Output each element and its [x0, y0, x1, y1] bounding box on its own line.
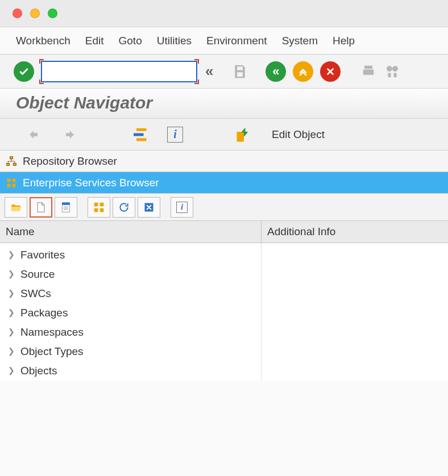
info-button[interactable]: i [171, 197, 193, 218]
print-icon[interactable] [360, 64, 377, 80]
main-toolbar: « « [0, 55, 448, 89]
svg-rect-6 [13, 163, 16, 165]
back-button[interactable]: « [266, 61, 286, 82]
traffic-light-minimize-icon[interactable] [30, 9, 40, 18]
svg-rect-7 [7, 178, 11, 182]
close-browser-button[interactable] [138, 197, 160, 218]
focus-corner-icon [194, 80, 199, 84]
svg-rect-16 [100, 208, 104, 212]
back-arrow-icon[interactable] [23, 128, 42, 141]
menu-utilities[interactable]: Utilities [157, 35, 192, 47]
tree-item[interactable]: ❯ Favorites [0, 245, 261, 265]
tiles-icon [6, 178, 17, 188]
focus-corner-icon [39, 59, 44, 64]
svg-rect-1 [134, 133, 144, 136]
save-icon[interactable] [231, 63, 248, 80]
tree-item[interactable]: ❯ Objects [0, 361, 261, 381]
tree-item-label: Objects [20, 365, 57, 377]
svg-rect-15 [94, 208, 98, 212]
svg-rect-8 [13, 178, 16, 182]
tree-item[interactable]: ❯ Object Types [0, 342, 261, 361]
edit-object-button[interactable]: Edit Object [272, 128, 325, 141]
svg-rect-0 [136, 128, 147, 131]
tree-info-column [262, 243, 448, 381]
svg-rect-12 [62, 202, 69, 204]
tree-body: ❯ Favorites ❯ Source ❯ SWCs ❯ Packages ❯… [0, 243, 448, 381]
expand-icon[interactable]: ❯ [8, 269, 15, 278]
tree-item[interactable]: ❯ Source [0, 265, 261, 284]
tree-item-label: Namespaces [20, 326, 84, 339]
svg-rect-3 [237, 132, 244, 142]
display-button[interactable] [55, 197, 77, 218]
forward-arrow-icon[interactable] [61, 128, 81, 141]
enterprise-services-browser-label: Enterprise Services Browser [23, 177, 159, 189]
window-titlebar [0, 0, 448, 27]
repository-browser-row[interactable]: Repository Browser [0, 151, 448, 172]
expand-icon[interactable]: ❯ [8, 250, 15, 259]
tree-item-label: SWCs [20, 287, 51, 300]
menu-environment[interactable]: Environment [206, 35, 267, 47]
column-name: Name [0, 221, 262, 243]
svg-rect-2 [136, 138, 147, 141]
all-objects-button[interactable] [88, 197, 110, 218]
tree-header: Name Additional Info [0, 221, 448, 243]
refresh-button[interactable] [113, 197, 135, 218]
enterprise-services-browser-row[interactable]: Enterprise Services Browser [0, 172, 448, 194]
browser-toolbar: i [0, 194, 448, 221]
expand-icon[interactable]: ❯ [8, 346, 15, 356]
svg-rect-14 [100, 202, 104, 206]
expand-icon[interactable]: ❯ [8, 366, 15, 375]
tree-item[interactable]: ❯ Namespaces [0, 323, 261, 342]
tree-item[interactable]: ❯ Packages [0, 303, 261, 323]
svg-rect-13 [94, 202, 98, 206]
tree-item-label: Packages [20, 307, 68, 319]
tree-item-label: Source [20, 268, 55, 281]
repository-browser-label: Repository Browser [23, 155, 117, 168]
tree-item[interactable]: ❯ SWCs [0, 284, 261, 303]
focus-corner-icon [194, 59, 199, 64]
menu-goto[interactable]: Goto [119, 35, 142, 47]
traffic-light-close-icon[interactable] [13, 9, 22, 18]
info-icon[interactable]: i [167, 127, 183, 143]
exit-button[interactable] [293, 61, 313, 82]
nav-toolbar: i Edit Object [0, 119, 448, 151]
create-button[interactable] [30, 197, 52, 218]
expand-icon[interactable]: ❯ [8, 327, 15, 336]
svg-rect-4 [10, 156, 13, 158]
tree-item-label: Favorites [20, 249, 65, 261]
svg-rect-9 [7, 183, 11, 187]
find-icon[interactable] [384, 63, 401, 80]
svg-rect-10 [13, 183, 16, 187]
command-input[interactable] [41, 61, 197, 82]
svg-rect-5 [7, 163, 10, 165]
cancel-button[interactable] [320, 61, 341, 82]
focus-corner-icon [39, 80, 44, 84]
collapse-command-icon[interactable]: « [205, 62, 213, 80]
menu-help[interactable]: Help [333, 35, 355, 47]
navigation-stack-icon[interactable] [131, 126, 148, 143]
expand-icon[interactable]: ❯ [8, 289, 15, 298]
page-title: Object Navigator [0, 89, 448, 119]
traffic-light-zoom-icon[interactable] [48, 9, 57, 18]
tree-name-column: ❯ Favorites ❯ Source ❯ SWCs ❯ Packages ❯… [0, 243, 262, 381]
menu-system[interactable]: System [282, 35, 318, 47]
open-folder-button[interactable] [5, 197, 27, 218]
edit-object-icon[interactable] [235, 126, 252, 143]
menu-bar: Workbench Edit Goto Utilities Environmen… [0, 27, 448, 55]
enter-button[interactable] [14, 61, 34, 82]
menu-workbench[interactable]: Workbench [16, 35, 70, 47]
column-info: Additional Info [262, 221, 448, 243]
command-field-wrap [41, 61, 197, 82]
expand-icon[interactable]: ❯ [8, 308, 15, 317]
hierarchy-icon [6, 156, 17, 167]
tree-item-label: Object Types [20, 345, 84, 358]
menu-edit[interactable]: Edit [85, 35, 104, 47]
